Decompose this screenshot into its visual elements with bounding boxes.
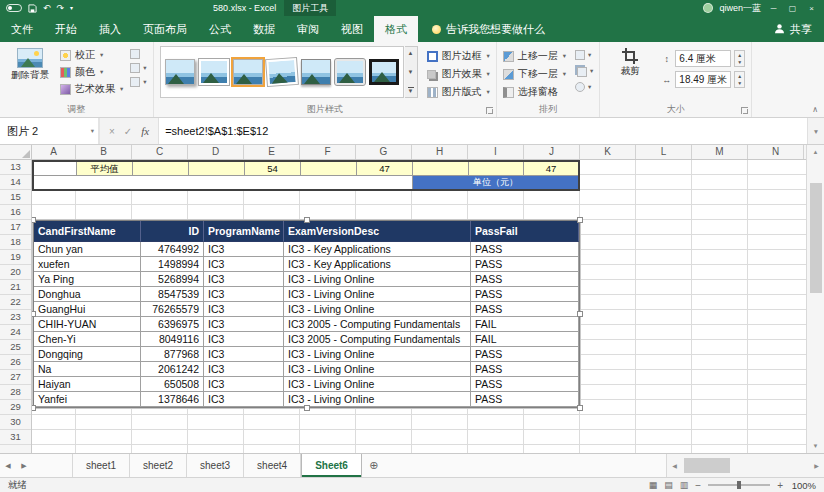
zoom-slider-thumb[interactable] (737, 481, 741, 489)
row-header-25[interactable]: 25 (0, 340, 31, 355)
enter-icon[interactable]: ✓ (124, 126, 132, 137)
bring-forward-button[interactable]: 上移一层▾ (503, 49, 566, 63)
sheet-tab-sheet3[interactable]: sheet3 (187, 454, 244, 477)
horizontal-scrollbar[interactable]: ◀ ▶ (666, 454, 824, 477)
ribbon-tab-format[interactable]: 格式 (374, 16, 418, 42)
stepper-up-icon[interactable]: ▲ (735, 52, 744, 59)
stepper-up-icon[interactable]: ▲ (735, 73, 744, 80)
column-header-D[interactable]: D (188, 145, 244, 160)
vertical-scrollbar-thumb[interactable] (810, 183, 822, 293)
resize-handle-top-left[interactable] (32, 217, 36, 223)
vertical-scrollbar[interactable]: ▲ ▼ (806, 145, 824, 453)
size-dialog-launcher[interactable] (741, 107, 748, 114)
picture-style-thumbnail-3[interactable] (233, 59, 263, 85)
column-header-B[interactable]: B (76, 145, 132, 160)
row-header-29[interactable]: 29 (0, 400, 31, 415)
color-button[interactable]: 颜色▾ (60, 65, 123, 79)
picture-style-thumbnail-5[interactable] (301, 59, 331, 85)
ribbon-tab-file[interactable]: 文件 (0, 16, 44, 42)
column-header-F[interactable]: F (300, 145, 356, 160)
picture-border-button[interactable]: 图片边框▾ (427, 49, 490, 63)
ribbon-tab-insert[interactable]: 插入 (88, 16, 132, 42)
insert-function-icon[interactable]: fx (141, 125, 149, 137)
row-header-14[interactable]: 14 (0, 175, 31, 190)
picture-style-thumbnail-6[interactable] (335, 59, 365, 85)
horizontal-scrollbar-thumb[interactable] (684, 458, 730, 473)
shape-height-input[interactable]: 6.4 厘米 (675, 50, 731, 67)
select-all-corner[interactable] (0, 145, 32, 160)
user-avatar[interactable] (703, 3, 713, 13)
zoom-level[interactable]: 100% (790, 480, 816, 491)
sheet-tab-Sheet6[interactable]: Sheet6 (301, 454, 362, 477)
width-stepper[interactable]: ▲▼ (734, 71, 745, 88)
column-header-G[interactable]: G (356, 145, 412, 160)
autosave-toggle[interactable] (6, 4, 22, 12)
crop-button[interactable]: 裁剪 (606, 46, 654, 79)
close-icon[interactable]: × (805, 4, 818, 13)
stepper-down-icon[interactable]: ▼ (735, 80, 744, 87)
resize-handle-bottom-left[interactable] (32, 405, 36, 411)
resize-handle-middle-right[interactable] (577, 311, 583, 317)
send-backward-button[interactable]: 下移一层▾ (503, 67, 566, 81)
sheet-tab-sheet4[interactable]: sheet4 (244, 454, 301, 477)
ribbon-tab-formulas[interactable]: 公式 (198, 16, 242, 42)
sheet-tab-sheet2[interactable]: sheet2 (130, 454, 187, 477)
cancel-icon[interactable]: × (109, 126, 115, 137)
gallery-more-icon[interactable]: ▼ (408, 87, 414, 94)
summary-picture[interactable]: 平均值 54 47 47 单位（元） (32, 160, 580, 191)
ribbon-tab-review[interactable]: 审阅 (286, 16, 330, 42)
page-layout-view-icon[interactable]: ▤ (664, 480, 673, 490)
row-header-24[interactable]: 24 (0, 325, 31, 340)
row-header-18[interactable]: 18 (0, 235, 31, 250)
resize-handle-top-center[interactable] (304, 217, 310, 223)
cells-area[interactable]: 平均值 54 47 47 单位（元） CandFirstNameIDPro (32, 160, 806, 453)
column-header-A[interactable]: A (32, 145, 76, 160)
save-icon[interactable] (28, 4, 37, 13)
normal-view-icon[interactable]: ▦ (649, 480, 658, 490)
column-header-K[interactable]: K (580, 145, 636, 160)
picture-style-thumbnail-2[interactable] (199, 59, 229, 85)
horizontal-scrollbar-track[interactable] (682, 454, 809, 477)
formula-input[interactable]: =sheet2!$A$1:$E$12 (158, 118, 807, 144)
row-header-22[interactable]: 22 (0, 295, 31, 310)
redo-icon[interactable]: ↷ (57, 4, 65, 13)
column-header-H[interactable]: H (412, 145, 468, 160)
sheet-nav-left-icon[interactable]: ◀ (0, 454, 16, 477)
selection-pane-button[interactable]: 选择窗格 (503, 85, 566, 99)
column-header-M[interactable]: M (692, 145, 748, 160)
ribbon-tab-page-layout[interactable]: 页面布局 (132, 16, 198, 42)
name-box[interactable]: 图片 2 ▾ (0, 118, 100, 144)
row-header-21[interactable]: 21 (0, 280, 31, 295)
exam-table-picture[interactable]: CandFirstNameIDProgramNameExamVersionDes… (33, 220, 580, 408)
height-stepper[interactable]: ▲▼ (734, 50, 745, 67)
zoom-slider[interactable] (708, 484, 770, 486)
resize-handle-bottom-center[interactable] (304, 405, 310, 411)
minimize-icon[interactable]: ─ (767, 4, 780, 13)
row-header-28[interactable]: 28 (0, 385, 31, 400)
qat-customize-icon[interactable]: ▾ (70, 5, 73, 11)
scroll-left-icon[interactable]: ◀ (667, 454, 682, 477)
artistic-effects-button[interactable]: 艺术效果▾ (60, 82, 123, 96)
resize-handle-bottom-right[interactable] (577, 405, 583, 411)
resize-handle-top-right[interactable] (577, 217, 583, 223)
zoom-out-icon[interactable]: − (695, 480, 701, 491)
row-header-27[interactable]: 27 (0, 370, 31, 385)
resize-handle-middle-left[interactable] (32, 311, 36, 317)
align-objects-button[interactable]: ▾ (575, 50, 593, 60)
row-header-17[interactable]: 17 (0, 220, 31, 235)
formula-bar-expand-icon[interactable]: ▼ (807, 118, 824, 144)
change-picture-button[interactable]: ▾ (130, 63, 146, 73)
restore-icon[interactable]: ▢ (786, 4, 799, 13)
scroll-down-icon[interactable]: ▼ (813, 439, 819, 453)
column-header-N[interactable]: N (748, 145, 804, 160)
picture-layout-button[interactable]: 图片版式▾ (427, 85, 490, 99)
row-header-16[interactable]: 16 (0, 205, 31, 220)
new-sheet-button[interactable]: ⊕ (362, 454, 386, 477)
shape-width-input[interactable]: 18.49 厘米 (675, 71, 731, 88)
undo-icon[interactable]: ↶ (43, 4, 51, 13)
sheet-tab-sheet1[interactable]: sheet1 (72, 454, 130, 477)
row-header-26[interactable]: 26 (0, 355, 31, 370)
scroll-right-icon[interactable]: ▶ (809, 454, 824, 477)
corrections-button[interactable]: 校正▾ (60, 48, 123, 62)
share-button[interactable]: 共享 (774, 16, 812, 42)
